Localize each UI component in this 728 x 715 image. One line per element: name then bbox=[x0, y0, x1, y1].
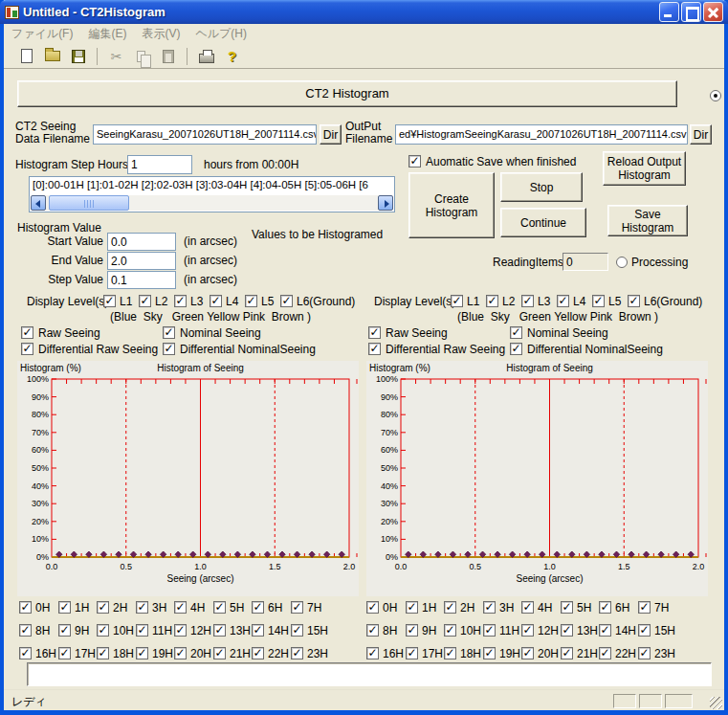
hour-checkbox-9H[interactable]: ✓ bbox=[58, 624, 71, 637]
reload-output-histogram-button[interactable]: Reload Output Histogram bbox=[603, 151, 686, 186]
seeing-checkbox-3[interactable]: ✓ bbox=[163, 343, 175, 355]
hour-checkbox-17H[interactable]: ✓ bbox=[406, 647, 418, 659]
print-button[interactable] bbox=[195, 46, 217, 67]
level-checkbox-L6(Ground)[interactable]: ✓ bbox=[280, 295, 293, 307]
hour-checkbox-15H[interactable]: ✓ bbox=[638, 624, 651, 637]
menu-item-3[interactable]: ヘルプ(H) bbox=[188, 24, 254, 44]
hour-checkbox-7H[interactable]: ✓ bbox=[291, 601, 303, 614]
hour-checkbox-14H[interactable]: ✓ bbox=[252, 624, 264, 637]
level-checkbox-L3[interactable]: ✓ bbox=[174, 295, 187, 307]
output-dir-button[interactable]: Dir bbox=[690, 124, 712, 145]
copy-button[interactable] bbox=[131, 46, 153, 67]
step-hours-field[interactable]: 1 bbox=[127, 155, 192, 174]
scroll-left-button[interactable] bbox=[31, 195, 46, 211]
scroll-right-button[interactable] bbox=[378, 195, 393, 211]
hour-checkbox-13H[interactable]: ✓ bbox=[213, 624, 226, 637]
hour-checkbox-20H[interactable]: ✓ bbox=[521, 647, 534, 659]
hour-checkbox-6H[interactable]: ✓ bbox=[252, 601, 264, 614]
scrollbar-thumb[interactable] bbox=[49, 195, 129, 211]
new-button[interactable] bbox=[15, 46, 37, 67]
hour-checkbox-10H[interactable]: ✓ bbox=[444, 624, 456, 637]
continue-button[interactable]: Continue bbox=[500, 208, 586, 237]
hour-checkbox-21H[interactable]: ✓ bbox=[213, 647, 226, 659]
hour-checkbox-23H[interactable]: ✓ bbox=[638, 647, 651, 659]
hour-checkbox-22H[interactable]: ✓ bbox=[252, 647, 264, 659]
seeing-checkbox-1[interactable]: ✓ bbox=[163, 326, 175, 339]
hour-checkbox-8H[interactable]: ✓ bbox=[366, 624, 379, 637]
save-button[interactable] bbox=[67, 46, 89, 67]
hour-checkbox-13H[interactable]: ✓ bbox=[561, 624, 573, 637]
level-checkbox-L5[interactable]: ✓ bbox=[245, 295, 257, 307]
maximize-button[interactable] bbox=[681, 2, 701, 22]
seeing-checkbox-2[interactable]: ✓ bbox=[368, 343, 381, 355]
seeing-checkbox-3[interactable]: ✓ bbox=[510, 343, 522, 355]
hour-checkbox-15H[interactable]: ✓ bbox=[291, 624, 303, 637]
level-checkbox-L1[interactable]: ✓ bbox=[451, 295, 463, 307]
hour-checkbox-2H[interactable]: ✓ bbox=[444, 601, 456, 614]
hour-checkbox-10H[interactable]: ✓ bbox=[97, 624, 109, 637]
hour-checkbox-3H[interactable]: ✓ bbox=[136, 601, 148, 614]
hour-checkbox-21H[interactable]: ✓ bbox=[561, 647, 573, 659]
menu-item-2[interactable]: 表示(V) bbox=[134, 24, 188, 44]
hour-checkbox-7H[interactable]: ✓ bbox=[638, 601, 651, 614]
hour-checkbox-3H[interactable]: ✓ bbox=[483, 601, 496, 614]
level-checkbox-L1[interactable]: ✓ bbox=[103, 295, 116, 307]
hour-checkbox-4H[interactable]: ✓ bbox=[521, 601, 534, 614]
message-box[interactable] bbox=[27, 662, 712, 686]
ct2-mode-radio[interactable] bbox=[710, 90, 721, 101]
hour-checkbox-0H[interactable]: ✓ bbox=[19, 601, 32, 614]
resize-grip[interactable] bbox=[710, 697, 722, 709]
save-histogram-button[interactable]: Save Histogram bbox=[607, 205, 688, 236]
hour-checkbox-9H[interactable]: ✓ bbox=[406, 624, 418, 637]
cut-button[interactable]: ✂ bbox=[105, 46, 127, 67]
hour-checkbox-0H[interactable]: ✓ bbox=[366, 601, 379, 614]
hour-checkbox-22H[interactable]: ✓ bbox=[599, 647, 611, 659]
hour-checkbox-16H[interactable]: ✓ bbox=[19, 647, 32, 659]
hour-checkbox-18H[interactable]: ✓ bbox=[97, 647, 109, 659]
step-value-field[interactable]: 0.1 bbox=[107, 271, 176, 289]
menu-item-0[interactable]: ファイル(F) bbox=[4, 24, 80, 44]
hour-checkbox-5H[interactable]: ✓ bbox=[561, 601, 573, 614]
hour-checkbox-6H[interactable]: ✓ bbox=[599, 601, 611, 614]
hour-checkbox-23H[interactable]: ✓ bbox=[291, 647, 303, 659]
level-checkbox-L4[interactable]: ✓ bbox=[210, 295, 222, 307]
hour-checkbox-12H[interactable]: ✓ bbox=[521, 624, 534, 637]
help-button[interactable]: ? bbox=[221, 46, 243, 67]
hour-checkbox-17H[interactable]: ✓ bbox=[58, 647, 71, 659]
menu-item-1[interactable]: 編集(E) bbox=[80, 24, 134, 44]
hour-checkbox-2H[interactable]: ✓ bbox=[97, 601, 109, 614]
input-file-field[interactable]: SeeingKarasu_20071026UT18H_20071114.csv bbox=[93, 124, 317, 145]
hour-checkbox-19H[interactable]: ✓ bbox=[136, 647, 148, 659]
level-checkbox-L4[interactable]: ✓ bbox=[557, 295, 569, 307]
paste-button[interactable] bbox=[157, 46, 179, 67]
hour-checkbox-5H[interactable]: ✓ bbox=[213, 601, 226, 614]
level-checkbox-L6(Ground)[interactable]: ✓ bbox=[628, 295, 640, 307]
seeing-checkbox-0[interactable]: ✓ bbox=[21, 326, 33, 339]
hour-bins-listbox[interactable]: [0]:00-01H [1]:01-02H [2]:02-03H [3]:03-… bbox=[29, 176, 395, 212]
titlebar[interactable]: Untitled - CT2Histogram bbox=[0, 0, 728, 24]
level-checkbox-L3[interactable]: ✓ bbox=[521, 295, 534, 307]
processing-radio[interactable] bbox=[616, 257, 628, 268]
hour-checkbox-11H[interactable]: ✓ bbox=[136, 624, 148, 637]
ct2-histogram-button[interactable]: CT2 Histogram bbox=[17, 80, 677, 107]
level-checkbox-L2[interactable]: ✓ bbox=[486, 295, 498, 307]
horizontal-scrollbar[interactable] bbox=[31, 195, 393, 211]
stop-button[interactable]: Stop bbox=[500, 172, 583, 202]
hour-checkbox-14H[interactable]: ✓ bbox=[599, 624, 611, 637]
end-value-field[interactable]: 2.0 bbox=[107, 252, 176, 270]
start-value-field[interactable]: 0.0 bbox=[107, 233, 176, 251]
hour-checkbox-12H[interactable]: ✓ bbox=[174, 624, 187, 637]
level-checkbox-L2[interactable]: ✓ bbox=[139, 295, 151, 307]
input-dir-button[interactable]: Dir bbox=[320, 124, 342, 145]
seeing-checkbox-2[interactable]: ✓ bbox=[21, 343, 33, 355]
seeing-checkbox-1[interactable]: ✓ bbox=[510, 326, 522, 339]
close-button[interactable] bbox=[703, 2, 723, 22]
hour-checkbox-1H[interactable]: ✓ bbox=[406, 601, 418, 614]
hour-checkbox-8H[interactable]: ✓ bbox=[19, 624, 32, 637]
level-checkbox-L5[interactable]: ✓ bbox=[592, 295, 605, 307]
hour-checkbox-20H[interactable]: ✓ bbox=[174, 647, 187, 659]
create-histogram-button[interactable]: Create Histogram bbox=[408, 172, 495, 238]
hour-checkbox-4H[interactable]: ✓ bbox=[174, 601, 187, 614]
hour-checkbox-18H[interactable]: ✓ bbox=[444, 647, 456, 659]
hour-checkbox-11H[interactable]: ✓ bbox=[483, 624, 496, 637]
